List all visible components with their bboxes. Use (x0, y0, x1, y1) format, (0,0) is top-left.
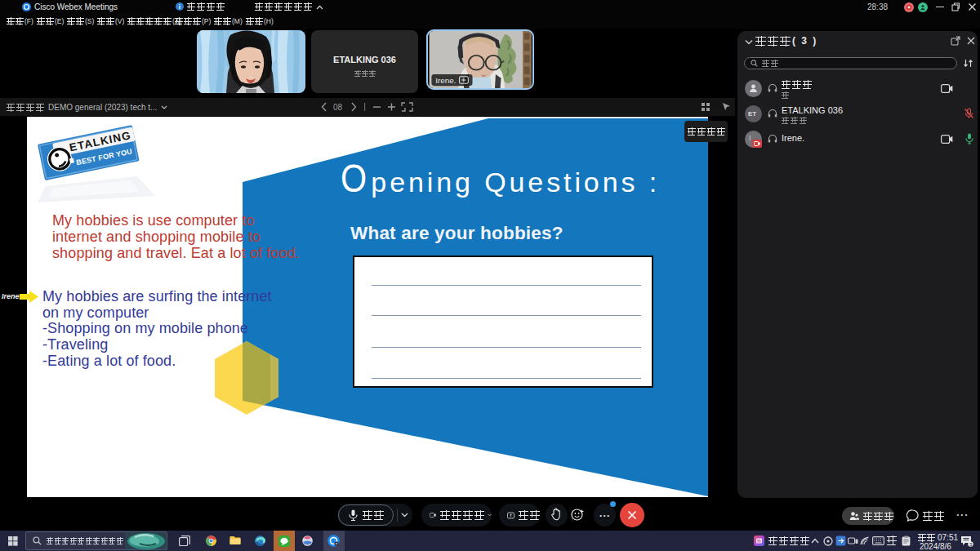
svg-text:Irene.: Irene. (435, 76, 456, 85)
svg-text:08: 08 (333, 103, 343, 112)
